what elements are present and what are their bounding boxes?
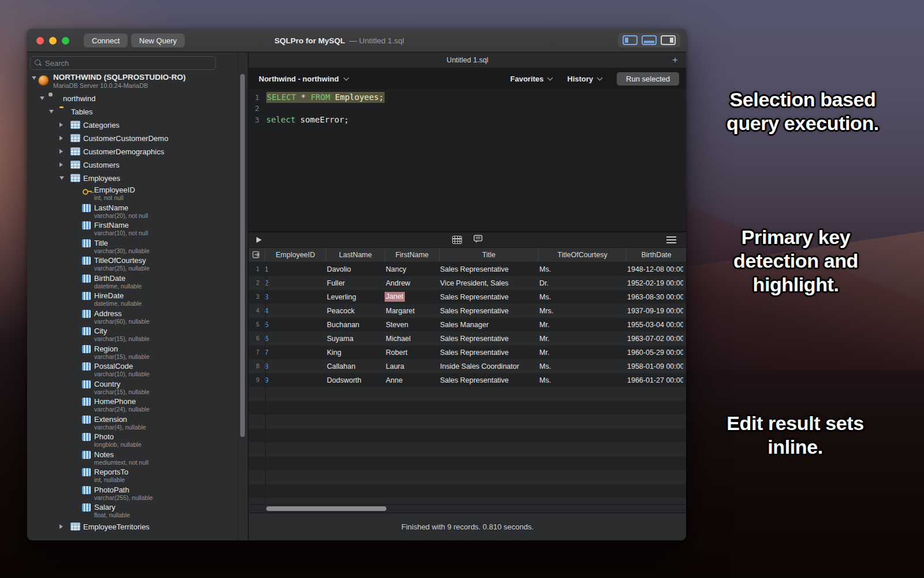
cell-birthdate[interactable]: 1963-07-02 00:00:0 [624,332,683,346]
connect-button[interactable]: Connect [84,34,128,47]
history-dropdown[interactable]: History [567,75,602,83]
sidebar-item-northwind-sqlprostudio-ro[interactable]: NORTHWIND (SQLPROSTUDIO-RO) MariaDB Serv… [27,71,237,92]
cell-firstname[interactable]: Anne [382,373,437,387]
code-line[interactable]: 1SELECT * FROM Employees; [249,92,686,103]
sidebar-item-firstname[interactable]: FirstName varchar(10), not null [27,220,237,238]
cell-lastname[interactable]: Suyama [323,332,382,346]
cell-employeeid[interactable]: 9 [262,373,323,387]
cell-titleofcourtesy[interactable]: Mr. [536,332,624,346]
cell-firstname[interactable]: Andrew [382,276,437,290]
sidebar-item-employeeterritories[interactable]: EmployeeTerritories [27,520,237,533]
cell-title[interactable]: Sales Representative [437,290,536,304]
cell-titleofcourtesy[interactable]: Mr. [536,346,624,360]
disclosure-triangle-icon[interactable] [32,76,36,80]
cell-employeeid[interactable]: 4 [262,304,323,318]
sidebar-item-photopath[interactable]: PhotoPath varchar(255), nullable [27,485,237,503]
cell-employeeid[interactable]: 2 [262,276,323,290]
cell-title[interactable]: Inside Sales Coordinator [437,360,536,373]
sidebar-item-country[interactable]: Country varchar(15), nullable [27,379,237,397]
cell-employeeid[interactable]: 5 [262,318,323,332]
cell-title[interactable]: Sales Manager [437,318,536,332]
cell-employeeid[interactable]: 8 [262,360,323,373]
cell-titleofcourtesy[interactable]: Mrs. [536,304,624,318]
layout-left-panel-icon[interactable] [623,35,638,45]
sidebar-item-birthdate[interactable]: BirthDate datetime, nullable [27,273,237,291]
cell-firstname[interactable]: Steven [382,318,437,332]
cell-lastname[interactable]: Davolio [323,262,382,276]
disclosure-triangle-icon[interactable] [59,123,63,127]
sidebar-item-extension[interactable]: Extension varchar(4), nullable [27,414,237,432]
code-line[interactable]: 2 [249,103,686,114]
horizontal-scrollbar[interactable] [266,506,386,511]
column-header-lastname[interactable]: LastName [326,248,385,262]
export-arrow-icon[interactable] [249,248,265,262]
cell-titleofcourtesy[interactable]: Ms. [536,360,624,373]
sql-editor[interactable]: 1SELECT * FROM Employees;23select someEr… [249,89,686,231]
disclosure-triangle-icon[interactable] [59,162,63,167]
cell-birthdate[interactable]: 1966-01-27 00:00:0 [624,373,683,387]
run-selected-button[interactable]: Run selected [617,72,679,86]
code-line[interactable]: 3select someError; [249,114,686,125]
cell-lastname[interactable]: Buchanan [323,318,382,332]
sidebar-item-photo[interactable]: Photo longblob, nullable [27,432,237,450]
cell-firstname[interactable]: Laura [382,360,437,373]
cell-firstname[interactable]: Nancy [382,262,437,276]
cell-birthdate[interactable]: 1937-09-19 00:00:0 [624,304,683,318]
window-titlebar[interactable]: Connect New Query SQLPro for MySQL — Unt… [27,29,686,52]
cell-titleofcourtesy[interactable]: Ms. [536,262,624,276]
cell-firstname[interactable]: Janet [382,290,437,304]
sidebar-item-lastname[interactable]: LastName varchar(20), not null [27,203,237,221]
sidebar-item-postalcode[interactable]: PostalCode varchar(10), nullable [27,361,237,379]
cell-birthdate[interactable]: 1955-03-04 00:00:0 [624,318,683,332]
column-header-firstname[interactable]: FirstName [385,248,439,262]
sidebar-item-customercustomerdemo[interactable]: CustomerCustomerDemo [27,132,237,145]
cell-title[interactable]: Vice President, Sales [437,276,536,290]
tab-untitled[interactable]: Untitled 1.sql [249,53,686,68]
disclosure-triangle-icon[interactable] [59,136,63,140]
cell-firstname[interactable]: Robert [382,346,437,360]
cell-lastname[interactable]: King [323,346,382,360]
cell-title[interactable]: Sales Representative [437,346,536,360]
sidebar-item-notes[interactable]: Notes mediumtext, not null [27,450,237,468]
cell-firstname[interactable]: Margaret [382,304,437,318]
column-header-employeeid[interactable]: EmployeeID [265,248,326,262]
cell-birthdate[interactable]: 1958-01-09 00:00:0 [624,360,683,373]
sidebar-item-homephone[interactable]: HomePhone varchar(24), nullable [27,397,237,414]
layout-bottom-panel-icon[interactable] [642,35,657,45]
sidebar-item-customerdemographics[interactable]: CustomerDemographics [27,145,237,158]
column-header-titleofcourtesy[interactable]: TitleOfCourtesy [539,248,627,262]
sidebar-item-employees[interactable]: Employees [27,172,237,185]
cell-employeeid[interactable]: 3 [262,290,323,304]
disclosure-triangle-icon[interactable] [49,110,54,113]
new-tab-button[interactable]: + [669,53,681,67]
cell-titleofcourtesy[interactable]: Dr. [536,276,624,290]
message-view-icon[interactable] [474,235,483,246]
cell-lastname[interactable]: Callahan [323,360,382,373]
zoom-button[interactable] [62,37,69,45]
cell-employeeid[interactable]: 6 [262,332,323,346]
cell-titleofcourtesy[interactable]: Ms. [536,373,624,387]
cell-title[interactable]: Sales Representative [437,332,536,346]
cell-title[interactable]: Sales Representative [437,373,536,387]
sidebar-item-title[interactable]: Title varchar(30), nullable [27,238,237,256]
sidebar-item-northwind[interactable]: northwind [27,92,237,105]
column-header-title[interactable]: Title [439,248,539,262]
cell-titleofcourtesy[interactable]: Mr. [536,318,624,332]
sidebar-item-address[interactable]: Address varchar(60), nullable [27,309,237,327]
sidebar-scrollbar[interactable] [240,74,245,437]
layout-right-panel-icon[interactable] [661,35,676,45]
inline-edit-field[interactable]: Janet [382,290,437,304]
cell-lastname[interactable]: Peacock [323,304,382,318]
cell-employeeid[interactable]: 1 [262,262,323,276]
disclosure-triangle-icon[interactable] [59,524,63,529]
sidebar-item-salary[interactable]: Salary float, nullable [27,502,237,520]
column-header-birthdate[interactable]: BirthDate [627,248,686,262]
sidebar-item-city[interactable]: City varchar(15), nullable [27,326,237,344]
disclosure-triangle-icon[interactable] [59,176,64,180]
cell-birthdate[interactable]: 1960-05-29 00:00:0 [624,346,683,360]
cell-titleofcourtesy[interactable]: Ms. [536,290,624,304]
cell-employeeid[interactable]: 7 [262,346,323,360]
sidebar-item-titleofcourtesy[interactable]: TitleOfCourtesy varchar(25), nullable [27,255,237,273]
sidebar-item-reportsto[interactable]: ReportsTo int, nullable [27,467,237,485]
sidebar-item-tables[interactable]: Tables [27,105,237,118]
